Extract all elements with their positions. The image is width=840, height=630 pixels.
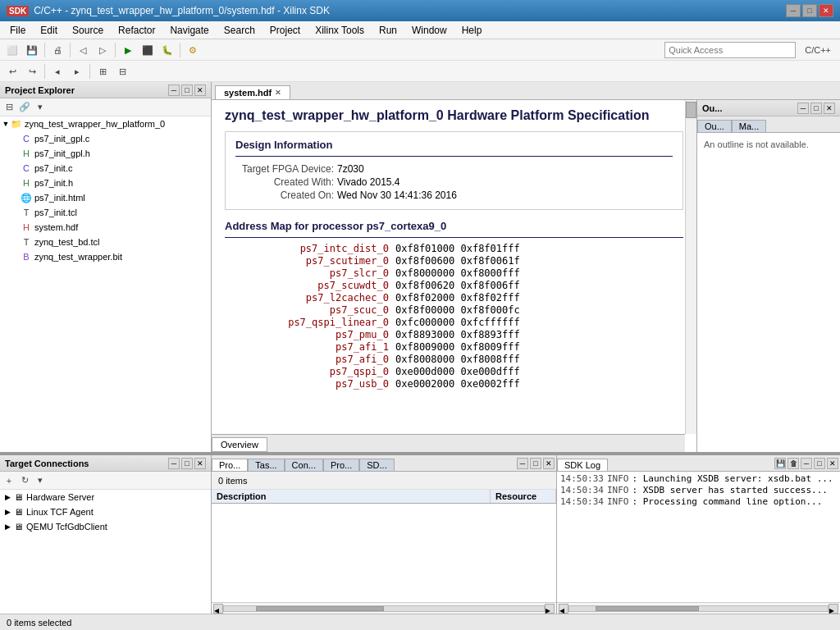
menu-search[interactable]: Search [217,23,262,38]
list-item[interactable]: ▶ 🖥 Hardware Server [0,490,211,504]
scroll-left-btn[interactable]: ◂ [213,604,223,614]
hdf-tab-overview[interactable]: Overview [212,437,267,452]
print-button[interactable]: 🖨 [48,41,66,59]
list-item[interactable]: ▶ 🖥 Linux TCF Agent [0,504,211,519]
list-item[interactable]: C ps7_init_gpl.c [0,131,211,146]
outline-panel: Ou... ─ □ ✕ Ou... Ma... An outline is no… [696,100,840,452]
editor-scrollbar[interactable] [685,100,696,434]
log-scroll-left-btn[interactable]: ◂ [559,604,568,614]
scroll-track[interactable] [223,605,545,612]
toolbar-separator-4 [180,43,180,57]
list-item[interactable]: B zynq_test_wrapper.bit [0,249,211,264]
problems-maximize-btn[interactable]: □ [530,458,541,469]
file-icon: H [20,147,33,160]
tab-tasks[interactable]: Tas... [248,459,284,471]
list-item[interactable]: C ps7_init.c [0,161,211,176]
menu-edit[interactable]: Edit [34,23,64,38]
sdk-log-clear-btn[interactable]: 🗑 [788,458,799,469]
addr-range: 0xfc000000 0xfcffffff [395,317,520,328]
tab-problems[interactable]: Pro... [212,459,248,471]
menu-navigate[interactable]: Navigate [163,23,215,38]
next-edit-button[interactable]: ▸ [68,62,86,80]
sdk-log-close-btn[interactable]: ✕ [827,458,838,469]
stop-button[interactable]: ⬛ [139,41,157,59]
project-explorer-header: Project Explorer ─ □ ✕ [0,82,211,98]
file-icon: H [20,176,33,189]
file-icon: 🌐 [20,191,33,204]
list-item[interactable]: H system.hdf [0,220,211,235]
list-item[interactable]: ▶ 🖥 QEMU TcfGdbClient [0,519,211,534]
scrollbar-thumb[interactable] [686,102,696,118]
panel-close-btn[interactable]: ✕ [194,84,206,96]
tc-maximize-btn[interactable]: □ [181,458,193,469]
menu-refactor[interactable]: Refactor [112,23,162,38]
log-level: INFO [607,496,629,507]
panel-minimize-btn[interactable]: ─ [168,84,180,96]
sdk-log-minimize-btn[interactable]: ─ [801,458,812,469]
tab-sdk-log[interactable]: SDK Log [557,459,608,471]
tree-menu-btn[interactable]: ▾ [33,100,48,115]
outline-minimize-btn[interactable]: ─ [797,103,809,114]
tab-markers[interactable]: Ma... [732,120,766,132]
debug-button[interactable]: 🐛 [158,41,176,59]
collapse-button[interactable]: ⊟ [113,62,131,80]
menu-project[interactable]: Project [263,23,307,38]
xilinx-tools-btn[interactable]: ⚙ [184,41,202,59]
redo-button[interactable]: ↪ [23,62,41,80]
back-button[interactable]: ◁ [74,41,92,59]
menu-xilinx-tools[interactable]: Xilinx Tools [308,23,371,38]
tab-sdk[interactable]: SD... [359,459,394,471]
list-item[interactable]: 🌐 ps7_init.html [0,190,211,205]
expand-button[interactable]: ⊞ [94,62,112,80]
tc-minimize-btn[interactable]: ─ [168,458,180,469]
forward-button[interactable]: ▷ [94,41,112,59]
scroll-right-btn[interactable]: ▸ [545,604,555,614]
menu-run[interactable]: Run [372,23,404,38]
outline-maximize-btn[interactable]: □ [810,103,822,114]
minimize-button[interactable]: ─ [786,4,801,17]
log-scroll-thumb[interactable] [596,606,699,611]
menu-window[interactable]: Window [405,23,454,38]
tc-close-btn[interactable]: ✕ [194,458,206,469]
tree-root[interactable]: ▼ 📁 zynq_test_wrapper_hw_platform_0 [0,116,211,131]
save-button[interactable]: 💾 [23,41,41,59]
scroll-thumb[interactable] [256,606,384,611]
menu-file[interactable]: File [3,23,32,38]
list-item[interactable]: H ps7_init_gpl.h [0,146,211,161]
collapse-all-btn[interactable]: ⊟ [2,100,16,115]
tc-menu-btn[interactable]: ▾ [33,473,48,488]
tab-outline[interactable]: Ou... [697,120,732,132]
quick-access-input[interactable] [664,42,796,58]
list-item[interactable]: H ps7_init.h [0,176,211,190]
log-scroll-track[interactable] [568,605,829,612]
outline-close-btn[interactable]: ✕ [824,103,835,114]
sdk-log-scrollbar[interactable]: ◂ ▸ [557,602,840,614]
link-editor-btn[interactable]: 🔗 [17,100,32,115]
undo-button[interactable]: ↩ [3,62,21,80]
new-button[interactable]: ⬜ [3,41,21,59]
problems-close-btn[interactable]: ✕ [543,458,555,469]
tc-refresh-btn[interactable]: ↻ [17,473,32,488]
menu-source[interactable]: Source [66,23,110,38]
close-button[interactable]: ✕ [819,4,833,17]
list-item[interactable]: T zynq_test_bd.tcl [0,235,211,249]
panel-maximize-btn[interactable]: □ [181,84,193,96]
tab-console[interactable]: Con... [285,459,323,471]
tc-add-btn[interactable]: + [2,473,16,488]
sdk-log-maximize-btn[interactable]: □ [814,458,825,469]
list-item[interactable]: T ps7_init.tcl [0,205,211,220]
view-switcher-button[interactable]: C/C++ [799,41,837,59]
problems-panel-controls: ─ □ ✕ [515,456,556,471]
problems-scrollbar[interactable]: ◂ ▸ [212,602,556,614]
run-button[interactable]: ▶ [119,41,137,59]
editor-tab-system-hdf[interactable]: system.hdf ✕ [215,85,290,99]
problems-minimize-btn[interactable]: ─ [517,458,528,469]
sdk-log-save-btn[interactable]: 💾 [774,458,786,469]
prev-edit-button[interactable]: ◂ [48,62,66,80]
tcf-icon: 🖥 [11,505,25,518]
maximize-button[interactable]: □ [802,4,817,17]
menu-help[interactable]: Help [455,23,489,38]
tab-properties[interactable]: Pro... [323,459,359,471]
log-scroll-right-btn[interactable]: ▸ [829,604,838,614]
tab-close-btn[interactable]: ✕ [275,89,281,97]
